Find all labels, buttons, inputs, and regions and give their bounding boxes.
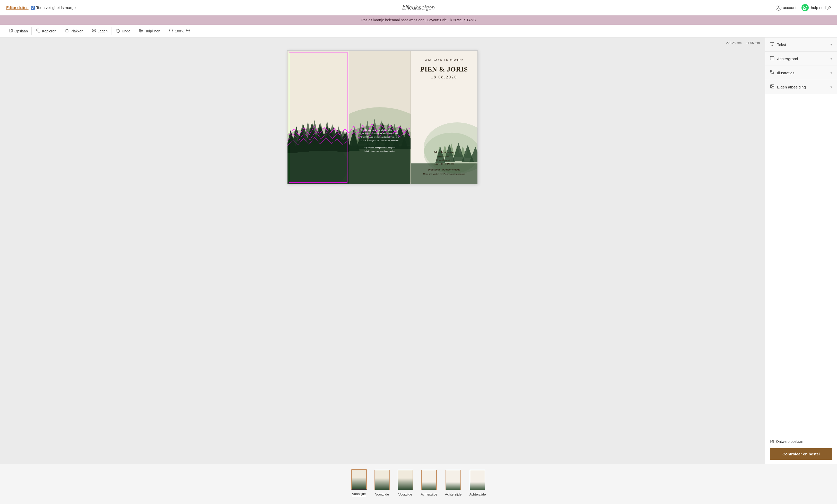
safety-margin-checkbox[interactable] xyxy=(31,6,35,10)
thumb-item-5[interactable]: Achterzijde xyxy=(445,470,462,496)
paste-button[interactable]: Plakken xyxy=(61,27,87,35)
middle-panel-text: Om 12 uur geven we elkaar het ja-woord i… xyxy=(352,128,408,153)
svg-point-83 xyxy=(771,86,772,86)
account-button[interactable]: account xyxy=(776,5,797,11)
thumb-card-1 xyxy=(351,469,367,490)
forest-svg-middle xyxy=(349,51,410,184)
save-icon xyxy=(9,29,13,34)
thumb-item-4[interactable]: Achterzijde xyxy=(421,470,437,496)
design-save-icon xyxy=(770,440,774,444)
svg-rect-85 xyxy=(771,440,772,441)
svg-rect-5 xyxy=(66,29,68,30)
editor-sluiten-button[interactable]: Editor sluiten xyxy=(6,5,29,10)
sidebar-actions: Ontwerp opslaan Controleer en bestel xyxy=(765,433,837,464)
thumb-label-5: Achterzijde xyxy=(445,492,462,496)
thumb-label-6: Achterzijde xyxy=(469,492,486,496)
zoom-in-button[interactable] xyxy=(186,28,191,34)
svg-point-8 xyxy=(170,29,173,32)
card-canvas[interactable]: Om 12 uur geven we elkaar het ja-woord i… xyxy=(287,50,478,184)
illustraties-chevron-icon: ∨ xyxy=(830,71,832,75)
grid-button[interactable]: Hulplijnen xyxy=(135,27,164,35)
eigen-afbeelding-section-header[interactable]: Eigen afbeelding ∨ xyxy=(765,80,837,94)
brand-logo: bifleuk&eigen xyxy=(402,4,435,11)
grid-label: Hulplijnen xyxy=(144,29,160,33)
names-title: PIEN & JORIS xyxy=(420,66,468,73)
copy-icon xyxy=(36,29,40,34)
thumb-item-6[interactable]: Achterzijde xyxy=(469,470,486,496)
image-icon xyxy=(770,84,774,90)
sidebar-section-tekst: Tekst ∨ xyxy=(765,38,837,52)
thumb-card-6 xyxy=(470,470,485,490)
copy-label: Kopieren xyxy=(42,29,56,33)
svg-rect-3 xyxy=(10,31,12,32)
achtergrond-label: Achtergrond xyxy=(777,57,798,61)
tekst-section-title: Tekst xyxy=(770,42,786,47)
eigen-afbeelding-label: Eigen afbeelding xyxy=(777,85,806,89)
svg-line-11 xyxy=(189,31,190,32)
thumb-item-1[interactable]: Voorzijde xyxy=(351,469,367,496)
svg-line-9 xyxy=(172,31,173,32)
svg-marker-6 xyxy=(92,29,95,31)
card-wrapper: Om 12 uur geven we elkaar het ja-woord i… xyxy=(287,50,478,184)
paste-label: Plakken xyxy=(71,29,83,33)
toolbar: Opslaan Kopieren Plakken Lagen Undo Hulp… xyxy=(0,25,837,38)
nav-right: account hulp nodig? xyxy=(776,4,831,11)
order-button[interactable]: Controleer en bestel xyxy=(770,448,832,460)
thumb-card-4 xyxy=(421,470,437,490)
tekst-section-header[interactable]: Tekst ∨ xyxy=(765,38,837,52)
grid-icon xyxy=(139,29,143,34)
card-panel-right[interactable]: WIJ GAAN TROUWEN! PIEN & JORIS 18.08.202… xyxy=(411,51,478,184)
background-icon xyxy=(770,56,774,61)
nav-left: Editor sluiten Toon veiligheids marge xyxy=(6,5,76,10)
card-panel-left[interactable] xyxy=(287,51,349,184)
undo-button[interactable]: Undo xyxy=(112,27,134,35)
thumb-item-2[interactable]: Voorzijde xyxy=(374,470,390,496)
coord-y: -11.05 mm xyxy=(745,41,760,45)
account-icon xyxy=(776,5,781,11)
svg-rect-86 xyxy=(771,442,773,443)
save-button[interactable]: Opslaan xyxy=(5,27,32,35)
whatsapp-icon xyxy=(801,4,809,11)
layers-button[interactable]: Lagen xyxy=(88,27,111,35)
zoom-level: 100% xyxy=(175,29,184,33)
info-bar-text: Pas dit kaartje helemaal naar wens aan |… xyxy=(361,18,476,22)
safety-margin-label[interactable]: Toon veiligheids marge xyxy=(31,5,76,10)
sidebar-section-illustraties: Illustraties ∨ xyxy=(765,66,837,80)
illustraties-section-header[interactable]: Illustraties ∨ xyxy=(765,66,837,80)
right-panel-content: WIJ GAAN TROUWEN! PIEN & JORIS 18.08.202… xyxy=(411,51,478,184)
thumb-item-3[interactable]: Voorzijde xyxy=(398,470,413,496)
layers-icon xyxy=(92,29,96,34)
illustrations-icon xyxy=(770,70,774,76)
design-save-label: Ontwerp opslaan xyxy=(776,440,803,444)
top-navigation: Editor sluiten Toon veiligheids marge bi… xyxy=(0,0,837,15)
forest-svg-left xyxy=(287,51,349,184)
info-bar: Pas dit kaartje helemaal naar wens aan |… xyxy=(0,15,837,25)
svg-rect-4 xyxy=(38,30,40,32)
sidebar-section-eigen-afbeelding: Eigen afbeelding ∨ xyxy=(765,80,837,94)
date-text: 18.08.2026 xyxy=(431,75,457,79)
brand-logo-area: bifleuk&eigen xyxy=(402,4,435,11)
zoom-control: 100% xyxy=(165,27,194,36)
design-save-button[interactable]: Ontwerp opslaan xyxy=(770,437,832,446)
tekst-chevron-icon: ∨ xyxy=(830,43,832,46)
achtergrond-section-title: Achtergrond xyxy=(770,56,798,61)
achtergrond-section-header[interactable]: Achtergrond ∨ xyxy=(765,52,837,66)
ceremony-text: Om 12 uur geven we elkaar het ja-woord i… xyxy=(359,129,400,152)
thumb-label-2: Voorzijde xyxy=(375,492,389,496)
help-button[interactable]: hulp nodig? xyxy=(801,4,831,11)
zoom-out-button[interactable] xyxy=(169,28,174,34)
thumb-card-5 xyxy=(446,470,461,490)
svg-point-81 xyxy=(771,71,771,72)
canvas-area[interactable]: 222.28 mm -11.05 mm xyxy=(0,38,765,464)
save-label: Opslaan xyxy=(14,29,28,33)
card-panel-middle[interactable]: Om 12 uur geven we elkaar het ja-woord i… xyxy=(349,51,411,184)
bottom-bar: Voorzijde Voorzijde Voorzijde Achterzijd… xyxy=(0,464,837,504)
eigen-afbeelding-chevron-icon: ∨ xyxy=(830,85,832,89)
coord-x: 222.28 mm xyxy=(726,41,742,45)
thumb-card-2 xyxy=(374,470,390,490)
copy-button[interactable]: Kopieren xyxy=(33,27,60,35)
illustraties-section-title: Illustraties xyxy=(770,70,795,76)
tekst-label: Tekst xyxy=(777,42,786,47)
thumb-label-1: Voorzijde xyxy=(352,492,366,496)
thumb-label-4: Achterzijde xyxy=(421,492,437,496)
